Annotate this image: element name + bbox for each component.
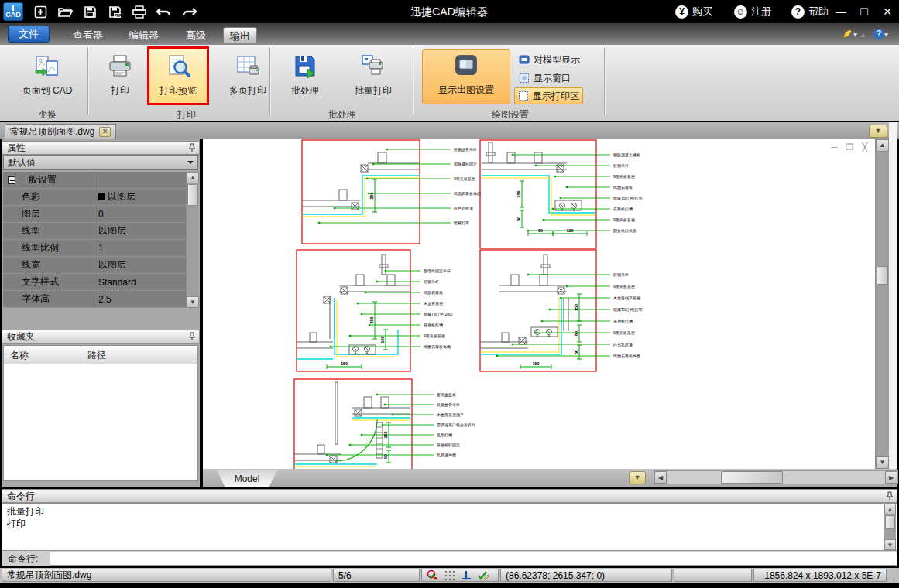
draw-check-icon[interactable] — [477, 569, 489, 581]
tab-viewer[interactable]: 查看器 — [67, 27, 109, 43]
command-panel-header[interactable]: 命令行 — [2, 489, 897, 503]
help-dropdown-icon[interactable]: ?▾ — [873, 27, 890, 41]
window-title: 迅捷CAD编辑器 — [294, 0, 604, 23]
tab-list-chevron-icon[interactable]: ▼ — [869, 125, 887, 138]
open-file-icon[interactable] — [56, 3, 74, 20]
drawing-annotation: 膨胀螺栓固定 — [454, 162, 477, 167]
drawing-annotation: 钢筋混凝土楼板 — [613, 152, 640, 158]
status-spacer — [674, 569, 752, 582]
batch-print-icon — [360, 53, 386, 80]
toggle-display-window[interactable]: 显示窗口 — [516, 70, 574, 87]
buy-button[interactable]: ¥购买 — [675, 2, 712, 21]
pin-icon[interactable] — [188, 332, 196, 341]
properties-preset-dropdown[interactable]: 默认值 — [3, 155, 198, 170]
property-row[interactable]: 线型以图层 — [3, 223, 198, 240]
grid-icon[interactable] — [444, 569, 455, 581]
document-tab[interactable]: 常规吊顶剖面图.dwg ✕ — [5, 124, 116, 139]
properties-scrollbar[interactable]: ▲ ▼ — [186, 172, 198, 308]
status-size-info: 1856.824 x 1893.012 x 5E-7 — [753, 569, 887, 582]
command-input[interactable] — [50, 552, 897, 566]
print-preview-icon — [165, 53, 191, 80]
ribbon-button-display-plot-settings[interactable]: 显示出图设置 — [422, 49, 510, 104]
property-row[interactable]: 文字样式Standard — [3, 274, 198, 291]
ribbon-button-batch-print[interactable]: 批量打印 — [344, 50, 403, 105]
pin-icon[interactable] — [188, 143, 196, 152]
help-button[interactable]: ?帮助 — [791, 2, 829, 21]
drawing-annotation: 轻钢吊杆 — [613, 163, 629, 168]
display-window-icon — [519, 73, 530, 84]
register-button[interactable]: ☺注册 — [734, 2, 771, 21]
drawing-annotation: 阴角收口线条 — [613, 228, 637, 234]
canvas-horizontal-scrollbar[interactable]: ◀ ▶ — [654, 470, 898, 484]
snap-icon[interactable] — [427, 569, 438, 581]
property-row[interactable]: 图层0 — [3, 206, 198, 223]
drawing-annotation: 9厘夹板基层 — [613, 284, 635, 289]
collapse-minus-icon[interactable] — [8, 176, 15, 184]
file-menu-button[interactable]: 文件 — [8, 26, 50, 43]
print-ribbon-icon — [107, 53, 133, 80]
tab-advanced[interactable]: 高级 — [180, 27, 212, 43]
drawing-annotation: 9厘夹板基层 — [613, 330, 635, 335]
property-row[interactable]: 线型比例1 — [3, 240, 198, 257]
drawing-canvas[interactable]: 轻钢龙骨吊件膨胀螺栓固定9厘夹板基层纸面石膏板饰面白色乳胶漆暗藏灯带200钢筋混… — [203, 139, 875, 469]
favorites-column-name[interactable]: 名称 — [4, 346, 81, 364]
favorites-list[interactable]: 名称 路径 — [3, 345, 198, 481]
drawing-annotation: 暗藏T5灯管(灯带) — [613, 307, 644, 313]
close-button[interactable]: ✕ — [877, 3, 898, 20]
maximize-button[interactable]: □ — [853, 3, 875, 20]
drawing-annotation: 弧形灯槽 — [437, 432, 452, 438]
canvas-vertical-scrollbar[interactable]: ▲ ▼ — [875, 139, 889, 469]
properties-group-row[interactable]: 一般设置 — [3, 172, 198, 189]
command-history[interactable]: 批量打印打印 — [2, 503, 897, 551]
layout-list-chevron-icon[interactable]: ▼ — [629, 471, 646, 484]
redo-icon[interactable] — [180, 3, 198, 20]
new-file-icon[interactable] — [31, 3, 50, 20]
save-icon[interactable] — [81, 3, 99, 20]
drawing-annotation: 基层板灯槽 — [424, 323, 443, 328]
drawing-annotation: 暗藏T5灯管(200) — [424, 312, 453, 317]
document-tab-close-icon[interactable]: ✕ — [99, 127, 111, 137]
favorites-column-path[interactable]: 路径 — [81, 346, 106, 364]
properties-panel-header[interactable]: 属性 — [2, 141, 200, 155]
drawing-annotation: 9厘夹板基层 — [424, 333, 445, 338]
tab-editor[interactable]: 编辑器 — [122, 27, 165, 43]
ribbon-button-print-preview[interactable]: 打印预览 — [149, 50, 207, 105]
child-window-controls[interactable]: ─ ❐ ╳ — [832, 142, 870, 152]
menu-tab-row: 文件 查看器 编辑器 高级 输出 ▾ ▴ ?▾ — [0, 23, 899, 45]
drawing-annotation: 暗藏灯带 — [454, 220, 469, 226]
ribbon-button-multipage-print[interactable]: 多页打印 — [220, 50, 276, 105]
edit-dropdown-icon[interactable]: ▾ — [841, 27, 858, 41]
pin-icon[interactable] — [886, 491, 894, 501]
group-label-batch: 批处理 — [280, 108, 404, 120]
ribbon-button-page-to-cad[interactable]: 页面到 CAD — [11, 50, 84, 105]
model-tab[interactable]: Model — [217, 470, 277, 487]
status-coordinates: (86.62378; 2615.347; 0) — [500, 569, 672, 582]
command-history-line: 打印 — [7, 518, 892, 530]
minimize-button[interactable]: — — [830, 3, 852, 20]
toggle-display-print-area[interactable]: 显示打印区 — [514, 87, 583, 104]
status-bar: 常规吊顶剖面图.dwg 5/6 (86.62378; 2615.347; 0) … — [0, 568, 899, 583]
property-row[interactable]: 字体高2.5 — [3, 291, 198, 308]
drawing-annotation: 纸面石膏板饰面 — [613, 354, 640, 359]
detail-panel-border — [294, 379, 412, 469]
save-pdf-icon[interactable]: PDF — [105, 3, 124, 20]
toggle-model-display[interactable]: 对模型显示 — [516, 51, 583, 68]
drawing-annotation: 基层板钉固定 — [437, 443, 460, 448]
resize-grip-icon[interactable]: ⋮⋮ — [888, 569, 897, 582]
svg-text:120: 120 — [566, 228, 573, 233]
ribbon-button-print[interactable]: 打印 — [98, 50, 142, 105]
ortho-icon[interactable] — [461, 569, 472, 581]
ribbon-button-batch-process[interactable]: 批处理 — [280, 50, 330, 105]
property-row[interactable]: 色彩以图层 — [3, 189, 198, 206]
favorites-panel-header[interactable]: 收藏夹 — [2, 330, 200, 344]
undo-icon[interactable] — [155, 3, 173, 20]
command-scrollbar[interactable]: ▲ ▼ — [884, 504, 896, 550]
property-row[interactable]: 线宽以图层 — [3, 257, 198, 274]
print-icon[interactable] — [130, 3, 149, 20]
svg-text:PDF: PDF — [114, 14, 121, 18]
tab-output[interactable]: 输出 — [223, 27, 257, 43]
drawing-annotation: 9厘夹板基层 — [454, 176, 475, 181]
drawing-annotation: 轻钢龙骨吊件 — [437, 402, 460, 407]
drawing-annotation: 乳胶漆饰面 — [437, 453, 456, 458]
app-logo-icon[interactable]: CAD — [3, 2, 23, 21]
